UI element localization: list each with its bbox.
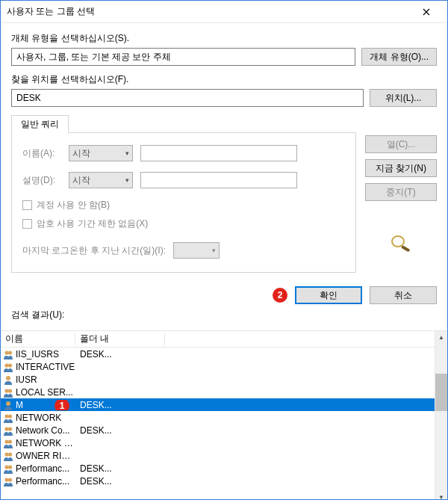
find-now-button[interactable]: 지금 찾기(N): [365, 159, 437, 177]
window-title: 사용자 또는 그룹 선택: [7, 5, 411, 18]
location-field[interactable]: DESK: [11, 89, 364, 107]
table-body: IIS_IUSRSDESK...INTERACTIVEIUSRLOCAL SER…: [1, 348, 435, 487]
user-icon: [2, 400, 14, 410]
scroll-down-button[interactable]: ▼: [435, 491, 447, 500]
table-row[interactable]: Performanc...DESK...: [1, 475, 435, 487]
col-header-name[interactable]: 이름: [1, 333, 75, 345]
scroll-thumb[interactable]: [435, 374, 447, 411]
tab-general-query[interactable]: 일반 쿼리: [11, 115, 69, 133]
svg-point-15: [8, 439, 12, 443]
stop-button[interactable]: 중지(T): [365, 183, 437, 201]
name-field-label: 이름(A):: [22, 147, 61, 160]
row-name: IIS_IUSRS: [16, 349, 75, 359]
object-type-field[interactable]: 사용자, 그룹, 또는 기본 제공 보안 주체: [11, 48, 355, 66]
user-icon: [2, 374, 14, 385]
cancel-button[interactable]: 취소: [370, 286, 437, 304]
row-name: Performanc...: [16, 463, 75, 474]
row-folder: DESK...: [75, 349, 165, 359]
table-row[interactable]: NETWORK S...: [1, 436, 435, 449]
results-table: 이름 폴더 내 IIS_IUSRSDESK...INTERACTIVEIUSRL…: [1, 330, 447, 500]
svg-point-6: [6, 376, 10, 380]
object-type-label: 개체 유형을 선택하십시오(S).: [11, 32, 437, 45]
svg-point-5: [8, 363, 12, 367]
group-icon: [2, 413, 14, 423]
close-icon: [423, 8, 430, 16]
titlebar: 사용자 또는 그룹 선택: [1, 1, 447, 23]
locations-button[interactable]: 위치(L)...: [370, 89, 437, 107]
row-name: OWNER RIG...: [16, 451, 75, 461]
disabled-account-checkbox[interactable]: [22, 200, 32, 210]
table-row[interactable]: NETWORK: [1, 411, 435, 424]
svg-rect-1: [401, 245, 410, 252]
svg-point-14: [4, 439, 8, 443]
group-icon: [2, 362, 14, 372]
table-row[interactable]: OWNER RIG...: [1, 449, 435, 462]
chevron-down-icon: ▾: [125, 176, 129, 184]
name-match-value: 시작: [72, 147, 90, 160]
svg-point-17: [8, 452, 12, 456]
row-name: NETWORK S...: [16, 438, 75, 448]
group-icon: [2, 463, 14, 474]
group-icon: [2, 349, 14, 359]
row-name: M1: [16, 400, 75, 410]
object-types-button[interactable]: 개체 유형(O)...: [361, 48, 437, 66]
col-header-folder[interactable]: 폴더 내: [75, 333, 165, 345]
chevron-down-icon: ▾: [212, 247, 216, 254]
svg-point-21: [8, 478, 12, 481]
row-name: IUSR: [16, 374, 75, 385]
desc-match-value: 시작: [72, 174, 90, 187]
name-input[interactable]: [140, 145, 297, 161]
svg-point-11: [8, 414, 12, 418]
table-row[interactable]: INTERACTIVE: [1, 360, 435, 373]
scroll-track[interactable]: [435, 344, 447, 491]
disabled-account-label: 계정 사용 안 함(B): [37, 199, 110, 212]
chevron-down-icon: ▾: [125, 149, 129, 157]
table-row[interactable]: Network Co...DESK...: [1, 424, 435, 436]
dialog-content: 개체 유형을 선택하십시오(S). 사용자, 그룹, 또는 기본 제공 보안 주…: [1, 23, 447, 327]
svg-point-16: [4, 452, 8, 456]
magnifier-icon: [389, 234, 413, 252]
group-icon: [2, 438, 14, 448]
close-button[interactable]: [411, 1, 441, 22]
svg-point-7: [4, 389, 8, 392]
group-icon: [2, 476, 14, 487]
query-side-buttons: 열(C)... 지금 찾기(N) 중지(T): [365, 114, 437, 273]
svg-point-4: [4, 363, 8, 367]
svg-point-2: [4, 351, 8, 354]
columns-button[interactable]: 열(C)...: [365, 135, 437, 153]
table-row[interactable]: LOCAL SER...: [1, 386, 435, 398]
svg-point-8: [8, 389, 12, 392]
row-folder: DESK...: [75, 463, 165, 474]
row-folder: DESK...: [75, 476, 165, 487]
svg-point-12: [4, 427, 8, 430]
group-icon: [2, 451, 14, 461]
svg-point-9: [6, 401, 10, 406]
svg-point-19: [8, 465, 12, 469]
row-name: Performanc...: [16, 476, 75, 487]
svg-point-18: [4, 465, 8, 469]
name-match-combo[interactable]: 시작 ▾: [69, 145, 133, 161]
vertical-scrollbar[interactable]: ▲ ▼: [435, 331, 447, 500]
last-logon-combo[interactable]: ▾: [173, 242, 220, 259]
desc-input[interactable]: [140, 172, 297, 188]
group-icon: [2, 425, 14, 436]
desc-match-combo[interactable]: 시작 ▾: [69, 172, 133, 188]
ok-button[interactable]: 확인: [295, 286, 362, 304]
table-row[interactable]: Performanc...DESK...: [1, 462, 435, 475]
table-row[interactable]: M1DESK...: [1, 398, 435, 411]
query-tab-area: 일반 쿼리 이름(A): 시작 ▾ 설명(D): 시작 ▾: [11, 114, 356, 273]
table-row[interactable]: IIS_IUSRSDESK...: [1, 348, 435, 360]
annotation-badge-1: 1: [55, 400, 69, 410]
table-header-row: 이름 폴더 내: [1, 331, 435, 348]
password-noexpire-label: 암호 사용 기간 제한 없음(X): [37, 217, 148, 230]
row-name: LOCAL SER...: [16, 387, 75, 398]
row-name: Network Co...: [16, 425, 75, 436]
desc-field-label: 설명(D):: [22, 174, 61, 187]
location-label: 찾을 위치를 선택하십시오(F).: [11, 73, 437, 86]
table-row[interactable]: IUSR: [1, 373, 435, 386]
svg-point-20: [4, 478, 8, 481]
last-logon-label: 마지막 로그온한 후 지난 시간(일)(I):: [22, 244, 166, 257]
password-noexpire-checkbox[interactable]: [22, 219, 32, 229]
scroll-up-button[interactable]: ▲: [435, 331, 447, 344]
results-label: 검색 결과(U):: [11, 309, 437, 321]
